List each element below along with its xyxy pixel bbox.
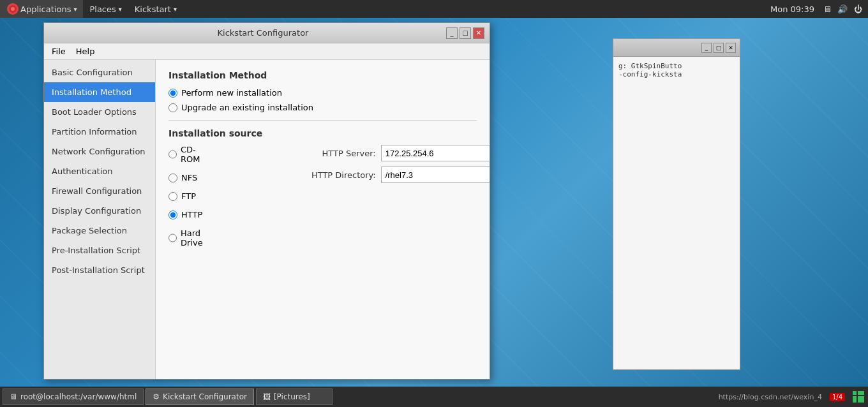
applications-label: Applications bbox=[20, 4, 71, 14]
display-icon[interactable]: 🖥 bbox=[819, 0, 835, 18]
taskbar-terminal-label: root@localhost:/var/www/html bbox=[20, 392, 137, 401]
perform-new-radio-group: Perform new installation bbox=[168, 88, 477, 98]
help-menu[interactable]: Help bbox=[71, 45, 100, 57]
kickstart-label: Kickstart bbox=[135, 4, 171, 14]
ftp-radio[interactable] bbox=[168, 192, 177, 201]
sidebar-item-boot-loader-options[interactable]: Boot Loader Options bbox=[44, 102, 155, 122]
upgrade-radio[interactable] bbox=[168, 103, 177, 112]
window-controls: _ □ ✕ bbox=[446, 27, 484, 39]
svg-point-2 bbox=[11, 7, 15, 11]
sidebar-item-display-configuration[interactable]: Display Configuration bbox=[44, 201, 155, 221]
sidebar: Basic Configuration Installation Method … bbox=[44, 60, 156, 379]
sidebar-item-installation-method[interactable]: Installation Method bbox=[44, 82, 155, 102]
harddrive-text: Hard Drive bbox=[181, 228, 204, 248]
taskbar-kickstart[interactable]: ⚙ Kickstart Configurator bbox=[146, 389, 254, 405]
http-radio[interactable] bbox=[168, 211, 177, 219]
ftp-text: FTP bbox=[181, 191, 196, 201]
minimize-button[interactable]: _ bbox=[446, 27, 458, 39]
http-fields: HTTP Server: HTTP Directory: bbox=[299, 145, 490, 188]
upgrade-text: Upgrade an existing installation bbox=[181, 103, 313, 112]
bg-close-button[interactable]: ✕ bbox=[726, 43, 736, 53]
top-panel: Applications ▾ Places ▾ Kickstart ▾ Mon … bbox=[0, 0, 868, 18]
bg-minimize-button[interactable]: _ bbox=[701, 43, 712, 53]
install-source-title: Installation source bbox=[168, 128, 477, 138]
places-menu[interactable]: Places ▾ bbox=[83, 0, 128, 18]
http-server-input[interactable] bbox=[381, 145, 490, 161]
svg-rect-3 bbox=[853, 391, 857, 395]
installation-method-title: Installation Method bbox=[168, 70, 477, 80]
window-titlebar: Kickstart Configurator _ □ ✕ bbox=[44, 23, 490, 43]
nfs-radio[interactable] bbox=[168, 174, 177, 182]
harddrive-radio[interactable] bbox=[168, 233, 177, 242]
sidebar-item-network-configuration[interactable]: Network Configuration bbox=[44, 142, 155, 161]
svg-rect-4 bbox=[853, 396, 857, 403]
nfs-text: NFS bbox=[181, 173, 197, 182]
perform-new-label[interactable]: Perform new installation bbox=[168, 88, 477, 98]
distro-logo-icon bbox=[852, 390, 865, 403]
bg-maximize-button[interactable]: □ bbox=[714, 43, 724, 53]
taskbar-kickstart-label: Kickstart Configurator bbox=[163, 392, 247, 401]
places-label: Places bbox=[89, 4, 116, 14]
http-server-label: HTTP Server: bbox=[299, 149, 376, 158]
taskbar-right: https://blog.csdn.net/wexin_4 1/4 bbox=[714, 390, 865, 404]
bg-line1: g: GtkSpinButto bbox=[618, 62, 735, 70]
taskbar-page-num: 1/4 bbox=[830, 393, 845, 401]
http-text: HTTP bbox=[181, 210, 202, 219]
close-button[interactable]: ✕ bbox=[473, 27, 484, 39]
http-directory-label: HTTP Directory: bbox=[299, 170, 376, 180]
harddrive-label[interactable]: Hard Drive bbox=[168, 228, 204, 248]
app-logo-icon bbox=[6, 3, 19, 15]
window-title: Kickstart Configurator bbox=[80, 28, 446, 38]
applications-arrow: ▾ bbox=[73, 6, 77, 13]
taskbar-url: https://blog.csdn.net/wexin_4 bbox=[714, 393, 827, 401]
sidebar-item-pre-installation-script[interactable]: Pre-Installation Script bbox=[44, 241, 155, 260]
upgrade-label[interactable]: Upgrade an existing installation bbox=[168, 103, 477, 112]
kickstart-arrow: ▾ bbox=[174, 6, 177, 13]
http-server-row: HTTP Server: bbox=[299, 145, 490, 161]
perform-new-text: Perform new installation bbox=[181, 88, 282, 98]
http-label[interactable]: HTTP bbox=[168, 210, 204, 219]
svg-rect-6 bbox=[858, 396, 864, 403]
sound-icon[interactable]: 🔊 bbox=[835, 0, 850, 18]
cdrom-text: CD-ROM bbox=[181, 145, 204, 164]
power-icon[interactable]: ⏻ bbox=[850, 0, 865, 18]
bg-window-content: g: GtkSpinButto -config-kicksta bbox=[613, 57, 740, 369]
sidebar-item-authentication[interactable]: Authentication bbox=[44, 161, 155, 181]
sidebar-item-package-selection[interactable]: Package Selection bbox=[44, 221, 155, 241]
taskbar-terminal[interactable]: 🖥 root@localhost:/var/www/html bbox=[3, 389, 144, 405]
taskbar-pictures-label: [Pictures] bbox=[274, 392, 310, 401]
file-menu[interactable]: File bbox=[47, 45, 71, 57]
source-layout: CD-ROM NFS FTP HTTP bbox=[168, 145, 477, 253]
svg-rect-5 bbox=[858, 391, 864, 395]
applications-menu[interactable]: Applications ▾ bbox=[0, 0, 83, 18]
sidebar-item-basic-configuration[interactable]: Basic Configuration bbox=[44, 63, 155, 82]
main-panel: Installation Method Perform new installa… bbox=[156, 60, 490, 379]
http-directory-input[interactable] bbox=[381, 166, 490, 183]
main-window: Kickstart Configurator _ □ ✕ File Help B… bbox=[43, 22, 490, 380]
places-arrow: ▾ bbox=[119, 6, 122, 13]
nfs-label[interactable]: NFS bbox=[168, 173, 204, 182]
source-radios: CD-ROM NFS FTP HTTP bbox=[168, 145, 204, 253]
divider bbox=[168, 120, 477, 121]
kickstart-menu[interactable]: Kickstart ▾ bbox=[128, 0, 183, 18]
sidebar-item-partition-information[interactable]: Partition Information bbox=[44, 122, 155, 142]
menubar: File Help bbox=[44, 43, 490, 60]
distro-logo bbox=[851, 390, 865, 404]
bg-window-titlebar: _ □ ✕ bbox=[613, 39, 740, 57]
background-window: _ □ ✕ g: GtkSpinButto -config-kicksta bbox=[613, 38, 740, 370]
ftp-label[interactable]: FTP bbox=[168, 191, 204, 201]
upgrade-radio-group: Upgrade an existing installation bbox=[168, 103, 477, 112]
perform-new-radio[interactable] bbox=[168, 89, 177, 98]
bg-line2: -config-kicksta bbox=[618, 70, 735, 78]
cdrom-label[interactable]: CD-ROM bbox=[168, 145, 204, 164]
sidebar-item-post-installation-script[interactable]: Post-Installation Script bbox=[44, 260, 155, 280]
kickstart-icon: ⚙ bbox=[153, 392, 160, 401]
maximize-button[interactable]: □ bbox=[460, 27, 471, 39]
taskbar-pictures[interactable]: 🖼 [Pictures] bbox=[256, 389, 333, 405]
window-content: Basic Configuration Installation Method … bbox=[44, 60, 490, 379]
taskbar: 🖥 root@localhost:/var/www/html ⚙ Kicksta… bbox=[0, 387, 868, 407]
cdrom-radio[interactable] bbox=[168, 150, 177, 159]
terminal-icon: 🖥 bbox=[10, 392, 17, 401]
http-directory-row: HTTP Directory: bbox=[299, 166, 490, 183]
sidebar-item-firewall-configuration[interactable]: Firewall Configuration bbox=[44, 181, 155, 201]
